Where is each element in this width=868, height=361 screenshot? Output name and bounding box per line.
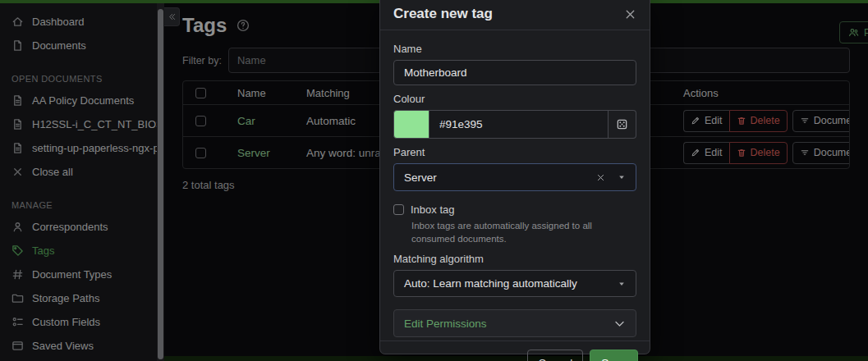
matching-algorithm-value: Auto: Learn matching automatically bbox=[404, 277, 577, 290]
cancel-button[interactable]: Cancel bbox=[527, 350, 583, 361]
modal-footer: Cancel Save bbox=[380, 340, 650, 361]
parent-select-value: Server bbox=[404, 171, 437, 184]
modal-title: Create new tag bbox=[393, 6, 493, 22]
modal-header: Create new tag bbox=[380, 0, 650, 30]
parent-select[interactable]: Server bbox=[393, 163, 636, 191]
create-tag-modal: Create new tag Name Colour Parent Server… bbox=[379, 0, 650, 354]
parent-label: Parent bbox=[393, 146, 636, 158]
colour-swatch bbox=[393, 110, 429, 139]
name-label: Name bbox=[393, 43, 636, 55]
modal-body: Name Colour Parent Server Inbox tag Inbo… bbox=[380, 30, 650, 340]
close-icon[interactable] bbox=[624, 8, 636, 21]
inbox-tag-hint: Inbox tags are automatically assigned to… bbox=[411, 220, 636, 245]
caret-down-icon bbox=[618, 280, 626, 288]
chevron-down-icon bbox=[613, 318, 626, 330]
inbox-tag-label[interactable]: Inbox tag bbox=[411, 203, 455, 216]
matching-algorithm-label: Matching algorithm bbox=[393, 253, 636, 265]
random-colour-button[interactable] bbox=[609, 110, 636, 139]
dice-icon bbox=[616, 118, 628, 130]
colour-row bbox=[393, 110, 636, 139]
tag-name-input[interactable] bbox=[393, 60, 636, 85]
inbox-tag-checkbox[interactable] bbox=[393, 204, 404, 215]
colour-hex-input[interactable] bbox=[429, 110, 609, 139]
matching-algorithm-select[interactable]: Auto: Learn matching automatically bbox=[393, 270, 636, 297]
edit-permissions-label: Edit Permissions bbox=[404, 318, 487, 330]
colour-label: Colour bbox=[393, 93, 636, 105]
inbox-tag-row: Inbox tag bbox=[393, 203, 636, 216]
save-button[interactable]: Save bbox=[590, 350, 638, 361]
edit-permissions-accordion[interactable]: Edit Permissions bbox=[393, 309, 636, 337]
caret-down-icon bbox=[618, 173, 626, 181]
clear-icon[interactable] bbox=[596, 173, 605, 182]
